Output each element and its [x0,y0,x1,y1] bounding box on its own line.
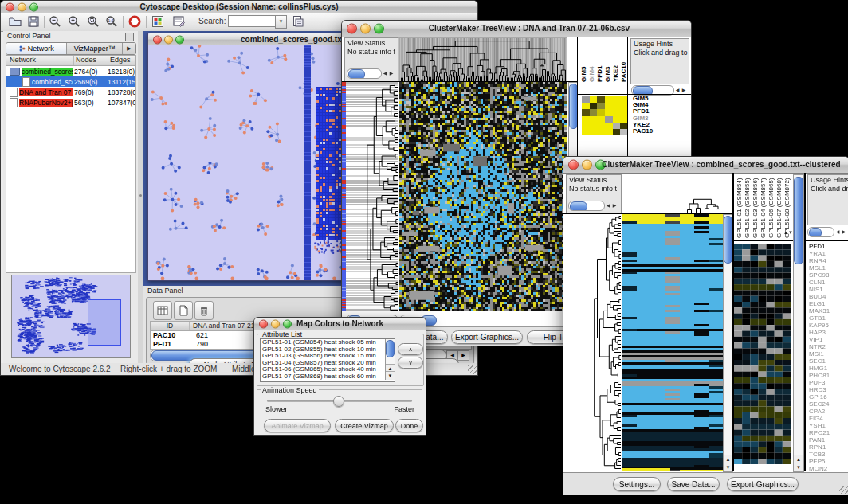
tv2-gene-dendrogram[interactable] [566,214,621,471]
gene-label[interactable]: HMG1 [809,365,847,372]
gene-label[interactable]: PHO81 [809,372,847,379]
network-table-row[interactable]: combined_scores2764(0)16218(0) [6,66,135,76]
resize-grip[interactable] [468,365,477,374]
matrix-cell[interactable] [605,123,613,129]
split-divider[interactable] [138,31,143,363]
matrix-cell[interactable] [613,116,621,123]
matrix-cell[interactable] [582,129,590,135]
tv1-heatmap[interactable] [399,82,567,311]
minimize-button[interactable] [360,24,371,34]
attribute-list-vscroll[interactable]: ▲▼ [385,339,395,380]
matrix-cell[interactable] [597,129,605,135]
create-vizmap-button[interactable]: Create Vizmap [335,419,394,432]
tv1-correlation-matrix[interactable] [582,96,628,135]
gene-label[interactable]: RPO21 [809,429,847,436]
close-button[interactable] [347,24,357,34]
tv1-status-scrollbar[interactable]: ◀▶ [347,68,395,78]
gene-label[interactable]: VIP1 [809,336,847,343]
tabs-overflow-button[interactable]: ▶ [123,43,135,54]
attribute-grid-icon[interactable] [151,15,164,28]
gene-label[interactable]: MSI1 [809,350,847,357]
gene-label[interactable]: ELG1 [809,300,847,307]
matrix-cell[interactable] [613,96,621,103]
tv2-hints-scrollbar[interactable]: ◀▶ [807,227,847,236]
gene-label[interactable]: RPN1 [809,443,847,451]
col-header-edges[interactable]: Edges [108,56,135,65]
col-header-network[interactable]: Network [6,56,74,65]
matrix-cell[interactable] [597,103,605,109]
gene-label[interactable]: KAP95 [809,322,847,329]
close-button[interactable] [568,160,579,170]
gene-label[interactable]: PUF3 [809,379,847,386]
attribute-list[interactable]: GPL51-01 (GSM854) heat shock 05 minGPL51… [260,338,395,382]
gene-label[interactable]: SEC24 [809,400,847,408]
tab-vizmapper[interactable]: VizMapper™ [67,43,123,54]
matrix-cell[interactable] [613,109,621,115]
network-table-header[interactable]: Network Nodes Edges [6,56,135,66]
gene-label[interactable]: MSL1 [809,264,847,272]
matrix-cell[interactable] [590,103,598,109]
scroll-right-arrow[interactable]: ▶ [457,350,469,361]
tab-network[interactable]: Network [6,43,67,54]
animate-vizmap-button[interactable]: Animate Vizmap [264,419,331,432]
gene-label[interactable]: TCB3 [809,451,847,458]
dialog-titlebar[interactable]: Map Colors to Network [254,318,426,330]
matrix-cell[interactable] [605,109,613,115]
gene-label[interactable]: CLN1 [809,279,847,286]
data-col-id[interactable]: ID [151,322,190,330]
tv2-labels-arrows[interactable]: ▲▼ [783,230,791,240]
matrix-cell[interactable] [597,116,605,123]
table-mode-icon-button[interactable] [153,301,172,320]
zoom-fit-icon[interactable]: 1:1 [105,15,118,28]
open-folder-icon[interactable] [9,15,22,28]
matrix-cell[interactable] [590,123,598,129]
move-down-button[interactable]: ∨ [398,357,423,369]
tv1-titlebar[interactable]: ClusterMaker TreeView : DNA and Tran 07-… [342,21,691,37]
tv2-titlebar[interactable]: ClusterMaker TreeView : combined_scores_… [563,157,848,174]
matrix-cell[interactable] [590,109,598,115]
matrix-cell[interactable] [597,123,605,129]
matrix-cell[interactable] [605,116,613,123]
gene-label[interactable]: YRA1 [809,250,847,257]
save-network-icon[interactable] [292,15,304,28]
tv2-gene-list[interactable]: PFD1YRA1RNR4MSL1SPC98CLN1NIS1BUD4ELG1MAK… [809,243,847,471]
gene-label[interactable]: HAP3 [809,329,847,336]
gene-label[interactable]: GTB1 [809,315,847,322]
move-up-button[interactable]: ∧ [398,343,423,355]
animation-slider-thumb[interactable] [333,396,344,407]
network-table-row[interactable]: combined_sco2569(6)13112(15) [6,76,135,87]
gene-label[interactable]: SPC98 [809,272,847,279]
done-button[interactable]: Done [395,419,423,432]
tv2-export-graphics-button[interactable]: Export Graphics... [727,477,799,491]
tv2-top-dendrogram[interactable] [622,174,723,213]
gene-label[interactable]: SEC1 [809,357,847,365]
tv2-status-scrollbar[interactable]: ◀▶ [568,201,618,210]
gene-label[interactable]: MON2 [809,465,847,471]
gene-label[interactable]: FIG4 [809,415,847,422]
float-panel-icon[interactable] [125,33,134,41]
zoom-out-icon[interactable] [49,15,61,28]
gene-label[interactable]: NIS1 [809,286,847,293]
new-page-icon-button[interactable] [174,301,193,320]
zoom-in-icon[interactable] [68,15,80,28]
network-overview-panel[interactable] [11,275,131,358]
attribute-list-item[interactable]: GPL51-07 (GSM868) heat shock 60 min [261,373,386,381]
search-dropdown-button[interactable]: ▼ [275,15,287,29]
help-lifering-icon[interactable] [128,15,141,28]
tv1-top-dendrogram[interactable] [398,37,567,81]
matrix-cell[interactable] [590,96,598,103]
resize-grip[interactable] [839,486,848,494]
tv2-save-data-button[interactable]: Save Data... [667,477,720,491]
tv2-mini-heatmap[interactable] [734,244,791,464]
gene-label[interactable]: GPI16 [809,393,847,400]
matrix-cell[interactable] [605,129,613,135]
matrix-cell[interactable] [590,129,598,135]
matrix-cell[interactable] [582,116,590,123]
main-titlebar[interactable]: Cytoscape Desktop (Session Name: collins… [1,1,477,14]
matrix-cell[interactable] [605,96,613,103]
annotation-form-icon[interactable] [172,15,185,28]
search-input[interactable] [228,15,276,27]
tv1-export-graphics-button[interactable]: Export Graphics... [451,330,523,344]
matrix-cell[interactable] [582,109,590,115]
matrix-cell[interactable] [613,123,621,129]
